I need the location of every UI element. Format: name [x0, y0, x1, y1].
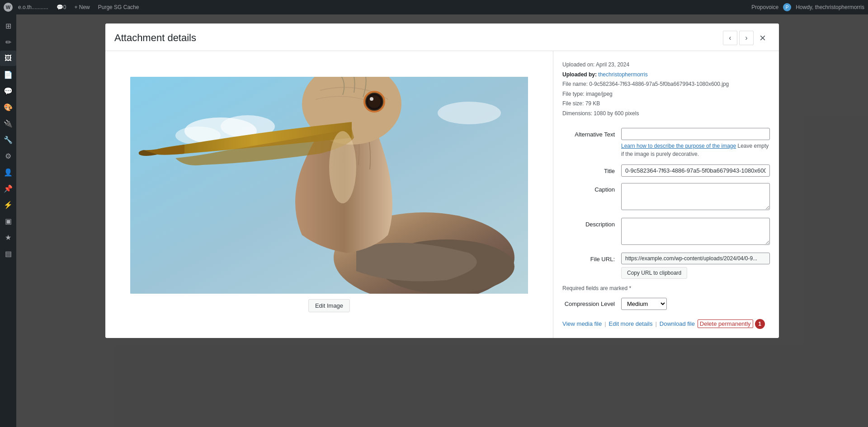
caption-label: Caption	[562, 183, 621, 194]
alt-text-label: Alternative Text	[562, 128, 621, 139]
purge-cache-button[interactable]: Purge SG Cache	[95, 0, 142, 14]
alt-text-row: Alternative Text Learn how to describe t…	[562, 128, 770, 158]
delete-permanently-container: Delete permanently 1	[698, 319, 765, 329]
copy-url-button[interactable]: Copy URL to clipboard	[621, 267, 687, 279]
download-file-link[interactable]: Download file	[660, 320, 695, 327]
edit-image-button[interactable]: Edit Image	[308, 299, 350, 312]
next-attachment-button[interactable]: ›	[739, 31, 754, 45]
caption-row: Caption	[562, 183, 770, 211]
modal-nav: ‹ › ×	[723, 31, 770, 45]
description-label: Description	[562, 218, 621, 229]
comments-count[interactable]: 💬 0	[54, 0, 69, 14]
user-avatar: P	[783, 3, 791, 11]
sidebar-icon-users[interactable]: 👤	[0, 164, 16, 180]
caption-textarea[interactable]	[621, 183, 770, 210]
dimensions: Dimensions: 1080 by 600 pixels	[562, 109, 770, 119]
actions-row: View media file | Edit more details | Do…	[562, 319, 770, 329]
modal-body: Edit Image Uploaded on: April 23, 2024 U…	[105, 51, 779, 338]
alt-text-input[interactable]	[621, 128, 770, 140]
title-input[interactable]	[621, 164, 770, 177]
modal-title: Attachment details	[114, 32, 196, 44]
wp-sidebar: ⊞ ✏ 🖼 📄 💬 🎨 🔌 🔧 ⚙ 👤 📌 ⚡ ▣ ★ ▤	[0, 14, 16, 427]
attachment-image-container	[130, 77, 528, 294]
file-url-row: File URL: Copy URL to clipboard	[562, 253, 770, 279]
title-label: Title	[562, 164, 621, 175]
description-field	[621, 218, 770, 246]
alt-text-field: Learn how to describe the purpose of the…	[621, 128, 770, 158]
caption-field	[621, 183, 770, 211]
file-size: File size: 79 KB	[562, 99, 770, 109]
modal-header: Attachment details ‹ › ×	[105, 23, 779, 51]
sidebar-icon-settings[interactable]: ⚙	[0, 148, 16, 164]
sidebar-icon-comments[interactable]: 💬	[0, 83, 16, 99]
file-meta: Uploaded on: April 23, 2024 Uploaded by:…	[562, 60, 770, 119]
image-panel: Edit Image	[105, 51, 553, 338]
svg-point-12	[370, 97, 373, 101]
details-panel: Uploaded on: April 23, 2024 Uploaded by:…	[553, 51, 779, 338]
sidebar-icon-media[interactable]: 🖼	[0, 51, 16, 66]
file-url-label: File URL:	[562, 253, 621, 263]
compression-label: Compression Level	[562, 300, 621, 307]
sidebar-icon-filter[interactable]: ⚡	[0, 197, 16, 212]
file-url-input[interactable]	[621, 253, 770, 264]
delete-permanently-link[interactable]: Delete permanently	[698, 319, 753, 328]
user-greeting: Howdy, thechristophermorris	[796, 4, 864, 10]
file-url-field: Copy URL to clipboard	[621, 253, 770, 279]
svg-point-13	[329, 131, 356, 203]
title-row: Title	[562, 164, 770, 177]
sidebar-icon-pages[interactable]: 📄	[0, 67, 16, 82]
title-field	[621, 164, 770, 177]
file-type: File type: image/jpeg	[562, 89, 770, 99]
badge-number: 1	[755, 319, 765, 329]
description-row: Description	[562, 218, 770, 246]
admin-bar: W e.o.th........... 💬 0 + New Purge SG C…	[0, 0, 868, 14]
prev-attachment-button[interactable]: ‹	[723, 31, 737, 45]
uploaded-by-link[interactable]: thechristophermorris	[598, 71, 647, 78]
sidebar-icon-tools[interactable]: 🔧	[0, 132, 16, 147]
sidebar-icon-layers[interactable]: ▣	[0, 213, 16, 229]
sidebar-icon-posts[interactable]: ✏	[0, 34, 16, 50]
svg-point-10	[368, 95, 381, 108]
file-name: File name: 0-9c582364-7f63-4886-97a5-5f0…	[562, 80, 770, 89]
site-name[interactable]: e.o.th...........	[15, 0, 51, 14]
sidebar-icon-dashboard[interactable]: ⊞	[0, 18, 16, 33]
uploaded-on: Uploaded on: April 23, 2024	[562, 60, 770, 70]
sidebar-icon-plugins[interactable]: 🔌	[0, 116, 16, 131]
new-button[interactable]: + New	[71, 0, 92, 14]
pelican-image	[130, 77, 528, 294]
required-note: Required fields are marked *	[562, 285, 770, 291]
sidebar-icon-grid[interactable]: ▤	[0, 246, 16, 261]
wp-logo[interactable]: W	[4, 3, 13, 12]
description-textarea[interactable]	[621, 218, 770, 245]
sidebar-icon-appearance[interactable]: 🎨	[0, 99, 16, 115]
user-plugin[interactable]: Propovoice	[751, 4, 778, 10]
alt-text-hint: Learn how to describe the purpose of the…	[621, 142, 770, 158]
alt-text-learn-link[interactable]: Learn how to describe the purpose of the…	[621, 143, 736, 149]
attachment-details-modal: Attachment details ‹ › ×	[105, 23, 779, 338]
svg-point-4	[438, 102, 501, 124]
uploaded-by: Uploaded by: thechristophermorris	[562, 70, 770, 80]
view-media-file-link[interactable]: View media file	[562, 320, 602, 327]
compression-row: Compression Level Low Medium High	[562, 298, 770, 310]
sidebar-icon-star[interactable]: ★	[0, 230, 16, 245]
close-modal-button[interactable]: ×	[755, 31, 770, 45]
edit-more-details-link[interactable]: Edit more details	[609, 320, 653, 327]
modal-overlay: Attachment details ‹ › ×	[16, 14, 868, 427]
compression-select[interactable]: Low Medium High	[621, 298, 667, 310]
sidebar-icon-pin[interactable]: 📌	[0, 181, 16, 196]
